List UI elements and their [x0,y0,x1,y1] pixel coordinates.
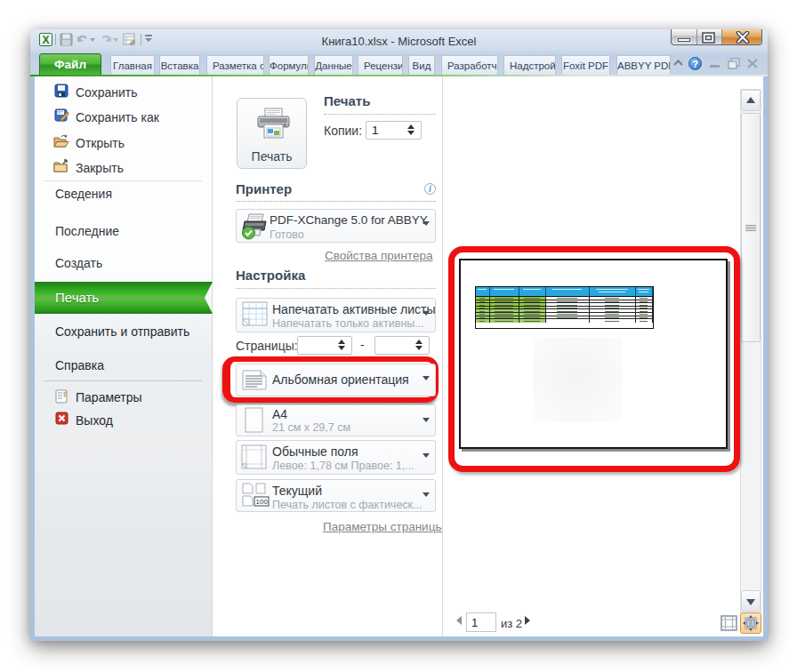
svg-text:100: 100 [256,498,269,506]
